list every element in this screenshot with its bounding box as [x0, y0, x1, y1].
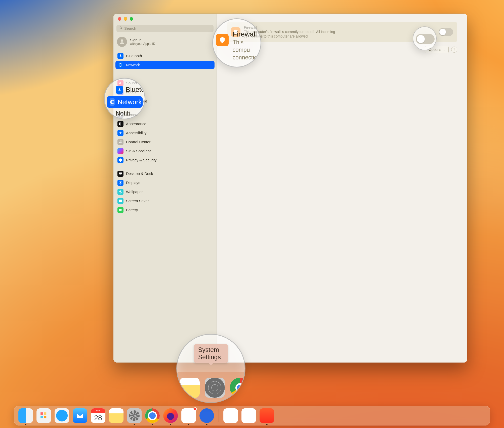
sign-in-subtitle: with your Apple ID: [130, 42, 155, 46]
sidebar: Sign in with your Apple ID Bluetooth Net…: [113, 14, 217, 363]
sidebar-item-appearance[interactable]: Appearance: [115, 120, 215, 128]
firewall-title: Firewall: [244, 25, 352, 30]
callout-text: Network: [118, 98, 142, 106]
dock-app-calendar[interactable]: MAY 28: [91, 408, 105, 423]
svg-rect-6: [122, 210, 122, 210]
sidebar-item-privacy[interactable]: Privacy & Security: [115, 156, 215, 164]
system-settings-window: Sign in with your Apple ID Bluetooth Net…: [113, 14, 467, 363]
sidebar-item-battery[interactable]: Battery: [115, 206, 215, 214]
hand-icon: [117, 157, 123, 163]
sun-icon: [117, 180, 123, 186]
sidebar-item-wallpaper[interactable]: Wallpaper: [115, 188, 215, 196]
sidebar-label: Displays: [126, 181, 140, 185]
minimize-button[interactable]: [124, 17, 127, 21]
callout-toggle: [413, 26, 437, 50]
sidebar-item-displays[interactable]: Displays: [115, 179, 215, 187]
dock-app-safari[interactable]: [55, 408, 69, 423]
bluetooth-icon: [116, 86, 123, 94]
siri-icon: [117, 148, 123, 154]
firewall-shield-icon: [216, 34, 229, 46]
sidebar-item-network[interactable]: Network: [115, 61, 215, 69]
dock-app-firefox[interactable]: [163, 408, 178, 423]
dock-icon: [117, 171, 123, 177]
search-input[interactable]: [124, 26, 211, 30]
dock-app-notes[interactable]: [109, 408, 123, 423]
sidebar-nav: Bluetooth Network Sound Focus Screen Tim…: [113, 50, 217, 218]
dock-app-thunderbird[interactable]: [199, 408, 214, 423]
callout-text: This compu: [233, 39, 250, 53]
firewall-toggle[interactable]: [439, 28, 453, 36]
sidebar-label: Appearance: [126, 122, 146, 126]
dock-separator: [219, 409, 219, 422]
calendar-month: MAY: [91, 408, 105, 413]
content-pane: Firewall This computer's firewall is cur…: [217, 14, 467, 363]
dock-app-chrome[interactable]: [145, 408, 160, 423]
callout-text: Notifi: [116, 110, 130, 117]
globe-icon: [110, 98, 115, 106]
globe-icon: [117, 62, 123, 68]
window-controls: [113, 14, 217, 23]
svg-point-2: [120, 182, 121, 183]
svg-rect-0: [119, 172, 122, 174]
sign-in-title: Sign in: [130, 38, 155, 42]
search-icon: [119, 26, 124, 31]
sign-in-row[interactable]: Sign in with your Apple ID: [113, 34, 217, 50]
callout-text: Firewall: [233, 30, 257, 38]
screensaver-icon: [117, 198, 123, 204]
sidebar-item-siri[interactable]: Siri & Spotlight: [115, 147, 215, 155]
dock-app-settings-zoom: [205, 378, 225, 398]
svg-rect-1: [119, 174, 121, 175]
sidebar-label: Control Center: [126, 140, 151, 144]
sidebar-label: Screen Saver: [126, 199, 149, 203]
firewall-toggle-zoom: [416, 34, 435, 44]
flower-icon: [117, 189, 123, 195]
dock-app-settings[interactable]: System Settings: [127, 408, 142, 423]
accessibility-icon: [117, 130, 123, 136]
sidebar-label: Desktop & Dock: [126, 171, 153, 176]
bluetooth-icon: [117, 53, 123, 59]
notification-badge: [193, 407, 197, 411]
dock-app-preview[interactable]: [223, 408, 238, 423]
search-field[interactable]: [116, 25, 214, 32]
callout-firewall: Firewall This compu connection: [212, 18, 261, 67]
sidebar-label: Network: [126, 63, 140, 67]
dock-app-brave[interactable]: [260, 408, 274, 423]
sidebar-label: Battery: [126, 208, 138, 212]
sidebar-item-controlcenter[interactable]: Control Center: [115, 138, 215, 146]
sidebar-label: Siri & Spotlight: [126, 149, 151, 153]
sidebar-label: Wallpaper: [126, 190, 143, 194]
svg-rect-4: [119, 200, 122, 202]
svg-rect-5: [119, 209, 122, 210]
dock-app-finder[interactable]: [18, 408, 33, 423]
dock-tooltip: System Settings: [194, 344, 228, 363]
sidebar-label: Privacy & Security: [126, 158, 157, 162]
sidebar-item-screensaver[interactable]: Screen Saver: [115, 197, 215, 205]
sidebar-label: Accessibility: [126, 131, 147, 135]
callout-dock: System Settings: [176, 334, 245, 403]
dock-app-keychain[interactable]: [241, 408, 256, 423]
sidebar-label: Bluetooth: [126, 54, 142, 58]
dock-app-slack[interactable]: [181, 408, 196, 423]
avatar-icon: [117, 37, 127, 47]
sidebar-item-bluetooth[interactable]: Bluetooth: [115, 52, 215, 60]
sidebar-item-accessibility[interactable]: Accessibility: [115, 129, 215, 137]
help-button[interactable]: ?: [451, 47, 457, 53]
calendar-day: 28: [91, 413, 105, 423]
dock-app-mail[interactable]: [73, 408, 87, 423]
close-button[interactable]: [118, 17, 121, 21]
zoom-button[interactable]: [130, 17, 133, 21]
sliders-icon: [117, 139, 123, 145]
dock: MAY 28 System Settings: [14, 406, 490, 425]
appearance-icon: [117, 121, 123, 127]
sidebar-item-desktop[interactable]: Desktop & Dock: [115, 170, 215, 178]
callout-network: Bluetooth Network Notifi: [104, 78, 145, 119]
battery-icon: [117, 207, 123, 213]
dock-app-launchpad[interactable]: [36, 408, 51, 423]
